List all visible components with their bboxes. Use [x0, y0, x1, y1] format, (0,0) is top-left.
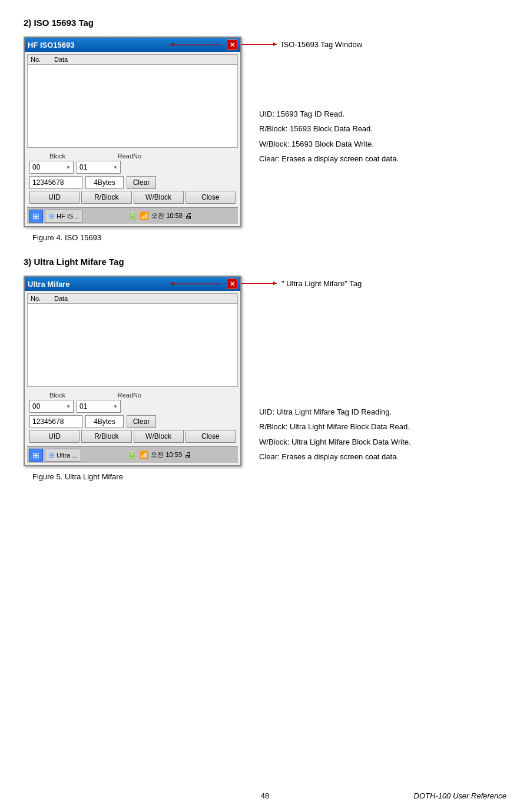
iso-block-arrow: ▼	[66, 165, 71, 170]
iso-figure-label: Figure 4. ISO 15693	[24, 233, 506, 242]
ultra-desc-line3: W/Block: Ultra Light Mifare Block Data W…	[259, 435, 506, 449]
iso-taskbar-app[interactable]: ⊞ HF IS...	[45, 210, 82, 223]
iso-readno-value: 01	[80, 163, 87, 171]
ultra-description: UID: Ultra Light Mifare Tag ID Reading. …	[259, 276, 506, 465]
iso-block-dropdown[interactable]: 00 ▼	[29, 161, 74, 174]
iso-desc-line2: R/Block: 15693 Block Data Read.	[259, 122, 506, 135]
ultra-table-body	[28, 304, 237, 386]
iso-bytes-label: 4Bytes	[85, 176, 124, 189]
iso-readno-label: ReadNo	[97, 153, 162, 160]
ultra-start-button[interactable]: ⊞	[29, 449, 43, 462]
ultra-titlebar-text: Ultra Mifare	[28, 280, 70, 289]
iso-titlebar-text: HF ISO15693	[28, 41, 75, 49]
iso-row-labels: Block ReadNo	[29, 153, 236, 160]
iso-rblock-button[interactable]: R/Block	[81, 191, 131, 204]
ultra-taskbar-status: 🔋 📶 오전 10:59 🖨	[83, 450, 236, 459]
iso-table-header: No. Data	[28, 55, 237, 65]
iso-arrow-label: ISO-15693 Tag Window	[281, 40, 362, 49]
ultra-input-row: 12345678 4Bytes Clear	[29, 415, 236, 428]
iso-wblock-button[interactable]: W/Block	[134, 191, 184, 204]
section3-title: 3) Ultra Light Mifare Tag	[24, 257, 506, 267]
ultra-arrow-annotation: " Ultra Light Mifare" Tag	[241, 279, 362, 288]
iso-input-field[interactable]: 12345678	[29, 176, 82, 189]
iso-close-button[interactable]: ✕	[227, 39, 237, 50]
iso-uid-button[interactable]: UID	[29, 191, 80, 204]
brand-label: DOTH-100 User Reference	[414, 791, 507, 800]
section2-title: 2) ISO 15693 Tag	[24, 18, 506, 28]
ultra-close-button[interactable]: ✕	[227, 279, 237, 289]
ultra-figure-label: Figure 5. Ultra Light Mifare	[24, 472, 506, 481]
iso-input-row: 12345678 4Bytes Clear	[29, 176, 236, 189]
iso-start-button[interactable]: ⊞	[29, 210, 43, 223]
ultra-desc-line2: R/Block: Ultra Light Mifare Block Data R…	[259, 420, 506, 433]
iso-desc-line4: Clear: Erases a display screen coat data…	[259, 152, 506, 165]
ultra-readno-arrow: ▼	[113, 404, 118, 409]
ultra-readno-dropdown[interactable]: 01 ▼	[77, 400, 121, 413]
iso-app-label: HF IS...	[57, 213, 78, 220]
ultra-taskbar-app[interactable]: ⊞ Ultra ...	[45, 449, 81, 462]
iso-taskbar-status: 🔋 📶 오전 10:58 🖨	[84, 211, 236, 220]
ultra-close-btn2[interactable]: Close	[186, 430, 236, 443]
ultra-rblock-button[interactable]: R/Block	[81, 430, 131, 443]
iso-table-body	[28, 65, 237, 147]
ultra-col-no: No.	[31, 295, 54, 302]
ultra-block-label: Block	[29, 392, 85, 399]
iso-description: UID: 15693 Tag ID Read. R/Block: 15693 B…	[259, 37, 506, 167]
iso-close-btn2[interactable]: Close	[186, 191, 236, 204]
ultra-table-header: No. Data	[28, 294, 237, 304]
ultra-arrow-label: " Ultra Light Mifare" Tag	[281, 279, 362, 288]
ultra-window: Ultra Mifare ✕ No. Data	[24, 276, 241, 466]
ultra-block-value: 00	[32, 402, 40, 410]
ultra-data-table: No. Data	[27, 293, 238, 387]
iso-col-no: No.	[31, 56, 54, 63]
iso-action-buttons: UID R/Block W/Block Close	[29, 191, 236, 204]
ultra-block-dropdown[interactable]: 00 ▼	[29, 400, 74, 413]
iso-clear-button[interactable]: Clear	[127, 176, 156, 189]
ultra-clear-button[interactable]: Clear	[127, 415, 156, 428]
ultra-dropdown-row: 00 ▼ 01 ▼	[29, 400, 236, 413]
ultra-bytes-label: 4Bytes	[85, 415, 124, 428]
ultra-action-buttons: UID R/Block W/Block Close	[29, 430, 236, 443]
ultra-desc-line1: UID: Ultra Light Mifare Tag ID Reading.	[259, 405, 506, 419]
iso-data-table: No. Data	[27, 54, 238, 148]
iso-block-label: Block	[29, 153, 85, 160]
ultra-input-field[interactable]: 12345678	[29, 415, 82, 428]
ultra-uid-button[interactable]: UID	[29, 430, 80, 443]
ultra-app-label: Ultra ...	[57, 452, 77, 459]
iso-titlebar: HF ISO15693 ✕	[25, 38, 240, 52]
iso-readno-arrow: ▼	[113, 165, 118, 170]
iso-block-value: 00	[32, 163, 40, 171]
iso-window-body: No. Data Block ReadNo 00	[25, 52, 240, 226]
ultra-row-labels: Block ReadNo	[29, 392, 236, 399]
ultra-titlebar: Ultra Mifare ✕	[25, 277, 240, 291]
ultra-block-arrow: ▼	[66, 404, 71, 409]
iso-desc-line3: W/Block: 15693 Block Data Write.	[259, 137, 506, 151]
page-footer: 48 DOTH-100 User Reference	[0, 791, 530, 800]
ultra-readno-value: 01	[80, 402, 87, 410]
ultra-wblock-button[interactable]: W/Block	[134, 430, 184, 443]
iso-readno-dropdown[interactable]: 01 ▼	[77, 161, 121, 174]
iso-controls: Block ReadNo 00 ▼ 01 ▼	[27, 151, 238, 207]
page-number: 48	[261, 791, 269, 800]
ultra-controls: Block ReadNo 00 ▼ 01 ▼	[27, 390, 238, 446]
ultra-col-data: Data	[54, 295, 234, 302]
iso15693-window: HF ISO15693 ✕ No. Data	[24, 37, 241, 227]
iso-arrow-annotation: ISO-15693 Tag Window	[241, 40, 362, 49]
ultra-taskbar: ⊞ ⊞ Ultra ... 🔋 📶 오전 10:59 🖨	[27, 446, 238, 463]
ultra-taskbar-time: 오전 10:59	[151, 450, 182, 459]
ultra-window-body: No. Data Block ReadNo 00	[25, 291, 240, 465]
iso-col-data: Data	[54, 56, 234, 63]
ultra-readno-label: ReadNo	[97, 392, 162, 399]
iso-taskbar-time: 오전 10:58	[151, 211, 183, 220]
iso-dropdown-row: 00 ▼ 01 ▼	[29, 161, 236, 174]
iso-desc-line1: UID: 15693 Tag ID Read.	[259, 107, 506, 121]
ultra-desc-line4: Clear: Erases a display screen coat data…	[259, 450, 506, 463]
iso-taskbar: ⊞ ⊞ HF IS... 🔋 📶 오전 10:58 🖨	[27, 207, 238, 224]
